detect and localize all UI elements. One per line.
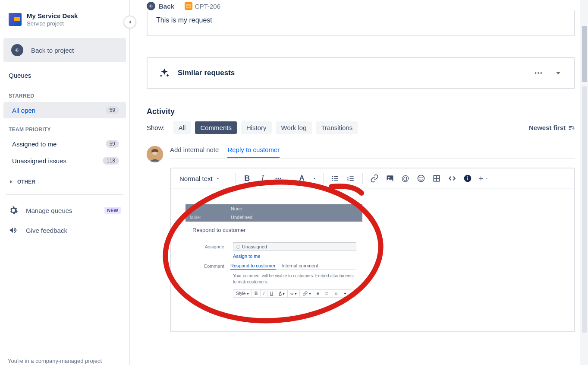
team-priority-section-label: TEAM PRIORITY: [0, 119, 129, 135]
back-to-project-label: Back to project: [31, 47, 74, 54]
project-subtitle: Service project: [27, 20, 78, 27]
svg-point-14: [332, 180, 333, 181]
svg-point-9: [280, 178, 281, 179]
tab-comments[interactable]: Comments: [195, 121, 237, 134]
chevron-right-icon: [9, 179, 14, 184]
email-request-icon: [185, 2, 192, 10]
chevron-left-icon: [127, 19, 133, 25]
numbered-list-button[interactable]: 123: [345, 173, 356, 184]
scrollbar[interactable]: [580, 0, 588, 365]
description-box: This is my request: [147, 10, 575, 36]
chevron-down-icon[interactable]: [553, 68, 563, 78]
project-title: My Service Desk: [27, 12, 78, 19]
footer-text: You're in a company-managed project: [8, 358, 102, 365]
breadcrumb-row: Back CPT-206: [147, 0, 575, 10]
give-feedback-button[interactable]: Give feedback: [0, 220, 129, 240]
activity-heading: Activity: [147, 107, 575, 116]
svg-point-12: [332, 178, 333, 179]
issue-key-link[interactable]: CPT-206: [185, 2, 220, 10]
svg-point-0: [535, 72, 537, 74]
info-button[interactable]: i: [462, 173, 473, 184]
project-icon: [9, 13, 22, 26]
bullet-list-button[interactable]: [330, 173, 341, 184]
svg-point-25: [420, 178, 420, 178]
sidebar-item-assigned-to-me[interactable]: Assigned to me 59: [3, 136, 126, 152]
tab-add-internal-note[interactable]: Add internal note: [170, 146, 219, 158]
svg-rect-11: [334, 176, 338, 177]
back-to-project-button[interactable]: Back to project: [3, 38, 126, 62]
manage-queues-button[interactable]: Manage queues NEW: [0, 200, 129, 220]
sidebar-item-label: All open: [12, 107, 35, 114]
italic-button[interactable]: I: [257, 173, 268, 184]
text-style-label: Normal text: [179, 175, 213, 182]
scrollbar-track-segment: [582, 86, 587, 333]
sidebar-item-unassigned[interactable]: Unassigned issues 118: [3, 152, 126, 169]
sidebar-item-all-open[interactable]: All open 59: [3, 102, 126, 118]
sort-label: Newest first: [529, 124, 566, 131]
table-button[interactable]: [431, 173, 442, 184]
link-button[interactable]: [369, 173, 380, 184]
mention-button[interactable]: @: [400, 173, 411, 184]
sort-icon: [568, 124, 575, 131]
text-color-button[interactable]: A: [296, 173, 308, 184]
comment-editor[interactable]: Normal text B I A: [170, 168, 575, 332]
svg-rect-13: [334, 178, 338, 179]
text-style-dropdown[interactable]: Normal text: [179, 175, 229, 182]
other-section-toggle[interactable]: OTHER: [0, 169, 129, 189]
sort-button[interactable]: Newest first: [529, 124, 575, 131]
project-header[interactable]: My Service Desk Service project: [0, 0, 129, 34]
more-icon[interactable]: [534, 68, 543, 78]
text-cursor: [561, 203, 561, 318]
emoji-button[interactable]: [415, 173, 427, 184]
embedded-screenshot: tion:None lable:Undefined Respond to cus…: [186, 204, 362, 304]
scrollbar-thumb[interactable]: [582, 26, 587, 82]
code-button[interactable]: [447, 173, 458, 184]
sidebar-item-label: Unassigned issues: [12, 157, 66, 165]
gear-icon: [9, 206, 18, 215]
queues-link[interactable]: Queues: [0, 67, 129, 85]
other-section-label: OTHER: [17, 179, 35, 185]
svg-point-10: [332, 176, 333, 178]
show-label: Show:: [147, 124, 165, 131]
sidebar-collapse-button[interactable]: [123, 16, 136, 29]
give-feedback-label: Give feedback: [26, 227, 67, 234]
bold-button[interactable]: B: [242, 173, 253, 184]
add-button[interactable]: [478, 173, 489, 184]
svg-point-7: [275, 178, 277, 179]
sparkle-icon: [159, 67, 170, 79]
count-badge: 118: [103, 157, 119, 165]
svg-point-24: [418, 175, 424, 182]
starred-section-label: STARRED: [0, 85, 129, 102]
editor-content-area[interactable]: tion:None lable:Undefined Respond to cus…: [171, 189, 574, 331]
count-badge: 59: [106, 106, 119, 114]
divider: [6, 194, 123, 195]
megaphone-icon: [9, 225, 18, 235]
arrow-left-icon: [147, 2, 155, 10]
svg-text:3: 3: [347, 179, 348, 181]
arrow-left-icon: [11, 44, 23, 56]
svg-rect-15: [334, 180, 338, 181]
svg-rect-19: [349, 178, 353, 179]
tab-reply-to-customer[interactable]: Reply to customer: [227, 146, 280, 158]
similar-requests-label: Similar requests: [178, 69, 235, 77]
svg-point-23: [388, 177, 390, 178]
back-label: Back: [159, 3, 174, 10]
tab-all[interactable]: All: [173, 121, 191, 134]
svg-rect-17: [349, 176, 353, 177]
activity-filter-tabs: Show: All Comments History Work log Tran…: [147, 121, 358, 134]
description-text: This is my request: [156, 16, 212, 24]
back-button[interactable]: Back: [147, 2, 174, 10]
chevron-down-icon[interactable]: [312, 176, 317, 181]
manage-queues-label: Manage queues: [26, 207, 97, 214]
issue-key-label: CPT-206: [195, 3, 220, 10]
tab-transitions[interactable]: Transitions: [316, 121, 358, 134]
svg-point-1: [538, 72, 539, 74]
tab-worklog[interactable]: Work log: [276, 121, 312, 134]
image-button[interactable]: [384, 173, 396, 184]
user-avatar: [147, 146, 163, 162]
similar-requests-panel[interactable]: Similar requests: [147, 57, 575, 89]
editor-toolbar: Normal text B I A: [171, 168, 574, 189]
tab-history[interactable]: History: [241, 121, 272, 134]
svg-point-26: [422, 178, 422, 178]
more-formatting-button[interactable]: [273, 173, 284, 184]
